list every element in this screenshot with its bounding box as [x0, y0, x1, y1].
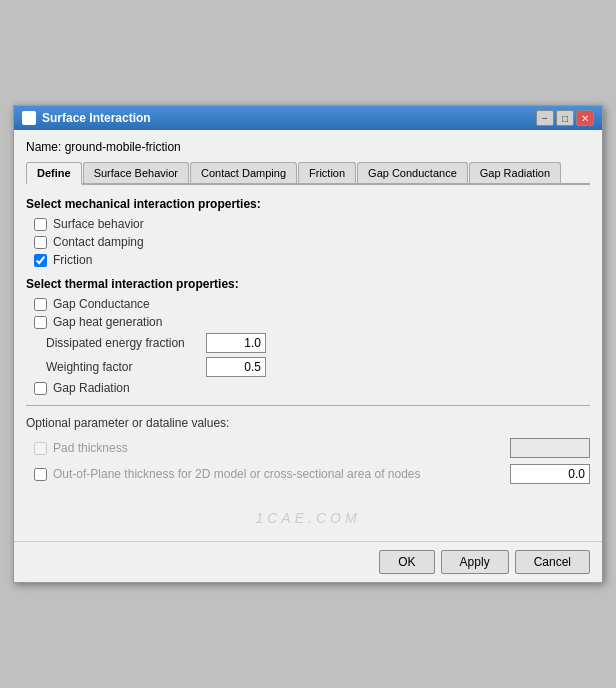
cancel-button[interactable]: Cancel: [515, 550, 590, 574]
gap-radiation-checkbox[interactable]: [34, 382, 47, 395]
apply-button[interactable]: Apply: [441, 550, 509, 574]
pad-thickness-row: Pad thickness: [34, 438, 590, 458]
tab-bar: Define Surface Behavior Contact Damping …: [26, 162, 590, 185]
name-value: ground-mobile-friction: [65, 140, 181, 154]
out-of-plane-checkbox[interactable]: [34, 468, 47, 481]
gap-radiation-row: Gap Radiation: [34, 381, 590, 395]
tab-friction[interactable]: Friction: [298, 162, 356, 183]
close-button[interactable]: ✕: [576, 110, 594, 126]
weighting-factor-input[interactable]: [206, 357, 266, 377]
out-of-plane-label: Out-of-Plane thickness for 2D model or c…: [53, 467, 504, 481]
contact-damping-row: Contact damping: [34, 235, 590, 249]
weighting-factor-label: Weighting factor: [46, 360, 206, 374]
friction-label: Friction: [53, 253, 92, 267]
surface-behavior-row: Surface behavior: [34, 217, 590, 231]
content-area: Name: ground-mobile-friction Define Surf…: [14, 130, 602, 541]
window-title: Surface Interaction: [42, 111, 530, 125]
gap-heat-label: Gap heat generation: [53, 315, 162, 329]
dissipated-energy-row: Dissipated energy fraction: [46, 333, 590, 353]
pad-thickness-checkbox[interactable]: [34, 442, 47, 455]
gap-conductance-label: Gap Conductance: [53, 297, 150, 311]
watermark: 1CAE.COM: [26, 490, 590, 531]
mechanical-section: Select mechanical interaction properties…: [26, 197, 590, 267]
dissipated-energy-label: Dissipated energy fraction: [46, 336, 206, 350]
dissipated-energy-input[interactable]: [206, 333, 266, 353]
name-label: Name:: [26, 140, 61, 154]
maximize-button[interactable]: □: [556, 110, 574, 126]
thermal-title: Select thermal interaction properties:: [26, 277, 590, 291]
minimize-button[interactable]: −: [536, 110, 554, 126]
optional-section: Optional parameter or dataline values: P…: [26, 416, 590, 484]
name-row: Name: ground-mobile-friction: [26, 140, 590, 154]
tab-gap-radiation[interactable]: Gap Radiation: [469, 162, 561, 183]
out-of-plane-input[interactable]: [510, 464, 590, 484]
friction-checkbox[interactable]: [34, 254, 47, 267]
tab-gap-conductance[interactable]: Gap Conductance: [357, 162, 468, 183]
tab-surface-behavior[interactable]: Surface Behavior: [83, 162, 189, 183]
tab-define[interactable]: Define: [26, 162, 82, 185]
ok-button[interactable]: OK: [379, 550, 434, 574]
contact-damping-checkbox[interactable]: [34, 236, 47, 249]
gap-radiation-label: Gap Radiation: [53, 381, 130, 395]
thermal-section: Select thermal interaction properties: G…: [26, 277, 590, 395]
gap-heat-checkbox[interactable]: [34, 316, 47, 329]
out-of-plane-row: Out-of-Plane thickness for 2D model or c…: [34, 464, 590, 484]
friction-row: Friction: [34, 253, 590, 267]
pad-thickness-label: Pad thickness: [53, 441, 504, 455]
gap-conductance-row: Gap Conductance: [34, 297, 590, 311]
gap-conductance-checkbox[interactable]: [34, 298, 47, 311]
titlebar: Surface Interaction − □ ✕: [14, 106, 602, 130]
tab-contact-damping[interactable]: Contact Damping: [190, 162, 297, 183]
footer: OK Apply Cancel: [14, 541, 602, 582]
surface-behavior-label: Surface behavior: [53, 217, 144, 231]
weighting-factor-row: Weighting factor: [46, 357, 590, 377]
optional-label: Optional parameter or dataline values:: [26, 416, 590, 430]
titlebar-controls: − □ ✕: [536, 110, 594, 126]
mechanical-title: Select mechanical interaction properties…: [26, 197, 590, 211]
gap-heat-row: Gap heat generation: [34, 315, 590, 329]
section-divider: [26, 405, 590, 406]
window-icon: [22, 111, 36, 125]
pad-thickness-input[interactable]: [510, 438, 590, 458]
main-window: Surface Interaction − □ ✕ Name: ground-m…: [13, 105, 603, 583]
contact-damping-label: Contact damping: [53, 235, 144, 249]
surface-behavior-checkbox[interactable]: [34, 218, 47, 231]
